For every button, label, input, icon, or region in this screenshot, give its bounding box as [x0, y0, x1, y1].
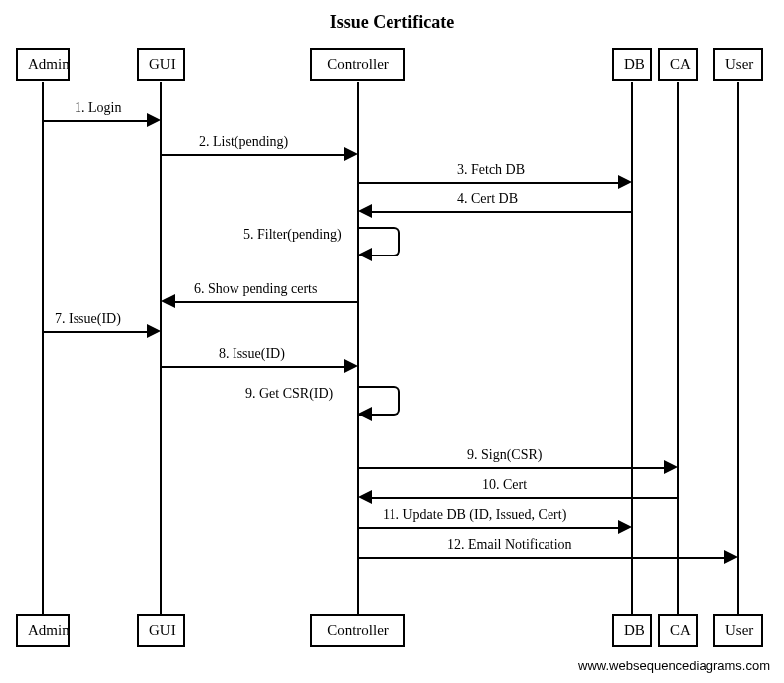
actor-db-top: DB — [612, 48, 652, 81]
msg-9a-label: 9. Get CSR(ID) — [245, 386, 333, 402]
footer-credit: www.websequencediagrams.com — [578, 658, 770, 673]
msg-6-label: 6. Show pending certs — [194, 281, 317, 297]
msg-8-label: 8. Issue(ID) — [219, 346, 285, 362]
msg-11-label: 11. Update DB (ID, Issued, Cert) — [383, 507, 566, 523]
actor-controller-bottom: Controller — [310, 614, 405, 647]
msg-1-label: 1. Login — [75, 100, 121, 116]
actor-admin-bottom: Admin — [16, 614, 70, 647]
actor-db-bottom: DB — [612, 614, 652, 647]
msg-4-label: 4. Cert DB — [457, 191, 518, 207]
diagram-title: Issue Certificate — [0, 12, 784, 33]
lifeline-controller — [357, 82, 359, 614]
actor-controller-top: Controller — [310, 48, 405, 81]
lifeline-gui — [160, 82, 162, 614]
actor-admin-top: Admin — [16, 48, 70, 81]
msg-9b-label: 9. Sign(CSR) — [467, 447, 542, 463]
msg-7-label: 7. Issue(ID) — [55, 311, 121, 327]
lifeline-db — [631, 82, 633, 614]
msg-5-head — [358, 248, 372, 261]
msg-12-label: 12. Email Notification — [447, 537, 572, 553]
actor-gui-top: GUI — [137, 48, 185, 81]
msg-10-label: 10. Cert — [482, 477, 527, 493]
msg-5-label: 5. Filter(pending) — [243, 227, 342, 243]
lifeline-user — [737, 82, 739, 614]
sequence-diagram: Issue Certificate Admin GUI Controller D… — [0, 0, 784, 683]
actor-ca-bottom: CA — [658, 614, 698, 647]
lifeline-ca — [677, 82, 679, 614]
actor-ca-top: CA — [658, 48, 698, 81]
msg-9a-head — [358, 407, 372, 421]
actor-user-bottom: User — [713, 614, 763, 647]
lifeline-admin — [42, 82, 44, 614]
msg-3-label: 3. Fetch DB — [457, 162, 525, 178]
actor-user-top: User — [713, 48, 763, 81]
actor-gui-bottom: GUI — [137, 614, 185, 647]
msg-2-label: 2. List(pending) — [199, 134, 288, 150]
